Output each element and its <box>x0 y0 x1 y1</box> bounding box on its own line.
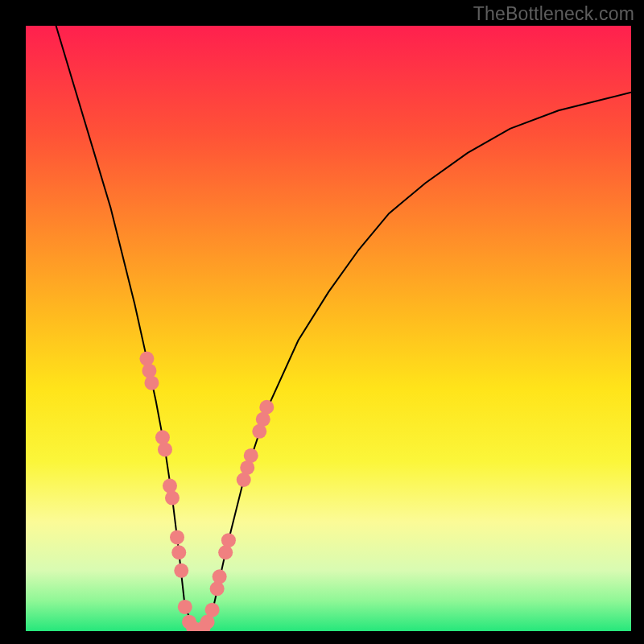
data-marker <box>155 430 170 444</box>
data-marker <box>142 364 156 378</box>
data-marker <box>221 533 236 547</box>
data-marker <box>174 564 188 578</box>
data-marker <box>178 600 192 614</box>
plot-area <box>26 26 631 631</box>
data-marker <box>170 530 184 544</box>
chart-frame: TheBottleneck.com <box>0 0 644 644</box>
chart-svg <box>26 26 631 631</box>
data-markers <box>139 352 274 631</box>
data-marker <box>244 448 258 463</box>
watermark-text: TheBottleneck.com <box>473 3 634 25</box>
data-marker <box>171 545 186 559</box>
data-marker <box>165 491 180 506</box>
data-marker <box>144 376 159 390</box>
bottleneck-curve <box>56 26 631 631</box>
data-marker <box>210 581 225 596</box>
data-marker <box>213 569 227 584</box>
data-marker <box>259 400 274 415</box>
data-marker <box>158 442 172 456</box>
data-marker <box>163 479 177 493</box>
data-marker <box>205 603 220 617</box>
data-marker <box>218 545 233 559</box>
data-marker <box>139 352 154 366</box>
